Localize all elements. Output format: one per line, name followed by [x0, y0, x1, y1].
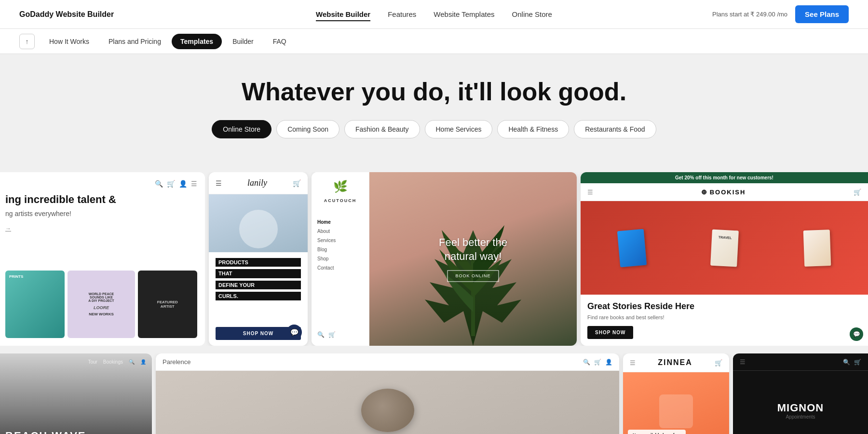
search-icon: 🔍 [583, 359, 590, 366]
template-card-bookish[interactable]: Get 20% off this month for new customers… [581, 172, 868, 346]
pill-home-services[interactable]: Home Services [425, 120, 493, 138]
hamburger-icon: ☰ [587, 189, 593, 196]
lanily-chat-button[interactable]: 💬 [286, 325, 302, 340]
beach-nav-bookings[interactable]: Bookings [103, 359, 123, 365]
pill-restaurants-food[interactable]: Restaurants & Food [574, 120, 656, 138]
nav-item-services[interactable]: Services [317, 238, 363, 243]
see-plans-button[interactable]: See Plans [795, 5, 849, 23]
template-card-zinnea[interactable]: ☰ ZINNEA 🛒 Now available here for direct… [623, 353, 729, 434]
pill-fashion-beauty[interactable]: Fashion & Beauty [344, 120, 420, 138]
bookish-chat-button[interactable]: 💬 [850, 327, 863, 341]
mignon-logo: MIGNON [777, 402, 824, 414]
template-card-lanily[interactable]: ☰ lanily 🛒 PRODUCTS THAT DEFINE YOUR [209, 172, 308, 346]
lanily-logo: lanily [247, 178, 267, 188]
acutouch-overlay: Feel better the natural way! BOOK ONLINE [421, 236, 525, 282]
subnav-builder[interactable]: Builder [224, 34, 262, 49]
bookish-image: TRAVEL [581, 201, 868, 295]
beach-nav: Tour Bookings 🔍 👤 [88, 359, 146, 365]
bookish-title: Great Stories Reside Here [587, 301, 861, 312]
nav-item-home[interactable]: Home [317, 219, 363, 225]
bookish-content: Great Stories Reside Here Find rare book… [581, 295, 868, 346]
acutouch-bg: Feel better the natural way! BOOK ONLINE [369, 172, 577, 346]
lanily-headline-4: CURLS. [216, 292, 301, 300]
parelence-header: Parelence 🔍 🛒 👤 [156, 353, 619, 371]
lanily-hero-image [209, 194, 308, 252]
template-card-parelence[interactable]: Parelence 🔍 🛒 👤 [156, 353, 619, 434]
bookish-logo-icon: ⊕ [701, 188, 708, 196]
user-icon: 👤 [179, 180, 187, 188]
nav-item-shop[interactable]: Shop [317, 256, 363, 261]
subnav-how-it-works[interactable]: How It Works [41, 34, 98, 49]
nav-online-store[interactable]: Online Store [512, 10, 552, 18]
card1-link[interactable]: → [5, 225, 197, 232]
parelence-icons: 🔍 🛒 👤 [583, 359, 612, 366]
top-navigation: GoDaddy Website Builder Website Builder … [0, 0, 868, 29]
mignon-center-icons: 🔍 🛒 [843, 359, 861, 366]
cart-icon: 🛒 [715, 359, 722, 366]
nav-features[interactable]: Features [388, 10, 416, 18]
pill-online-store[interactable]: Online Store [212, 120, 271, 138]
bookish-logo: ⊕ BOOKISH [701, 188, 746, 196]
book-3 [803, 230, 831, 267]
hamburger-icon: ☰ [630, 359, 636, 366]
subnav-plans-pricing[interactable]: Plans and Pricing [100, 34, 170, 49]
zinnea-header: ☰ ZINNEA 🛒 [623, 353, 729, 372]
zinnea-overlay: Now available here for direct purchase. [628, 430, 686, 434]
acutouch-main: Feel better the natural way! BOOK ONLINE [369, 172, 577, 346]
parelence-logo: Parelence [163, 358, 191, 366]
hero-section: Whatever you do, it'll look good. Online… [0, 54, 868, 167]
mignon-appointments: Appointments [777, 414, 824, 420]
nav-item-blog[interactable]: Blog [317, 247, 363, 252]
hamburger-icon: ☰ [740, 358, 746, 366]
templates-section: 🔍 🛒 👤 ☰ ing incredible talent & ng artis… [0, 167, 868, 434]
card1-text2: ng artists everywhere! [5, 210, 197, 217]
lanily-headline-3: DEFINE YOUR [216, 281, 301, 289]
lanily-header: ☰ lanily 🛒 [209, 172, 308, 194]
template-card-beach-wave[interactable]: Tour Bookings 🔍 👤 BEACH WAVE [0, 353, 152, 434]
bookish-logo-text: BOOKISH [710, 189, 746, 196]
card1-images: Prints WORLD PEACESOUNDS LIKEA DIY PROJE… [5, 271, 197, 338]
acutouch-logo-text: ACUTOUCH [324, 198, 356, 203]
bookish-promo: Get 20% off this month for new customers… [581, 172, 868, 183]
template-card-artist[interactable]: 🔍 🛒 👤 ☰ ing incredible talent & ng artis… [0, 172, 205, 346]
card1-toolbar: 🔍 🛒 👤 ☰ [5, 180, 197, 188]
template-card-acutouch[interactable]: 🌿 ACUTOUCH Home About Services Blog Shop… [312, 172, 577, 346]
search-icon: 🔍 [317, 331, 325, 338]
mignon-header: ☰ 🔍 🛒 [733, 353, 868, 371]
nav-website-builder[interactable]: Website Builder [316, 10, 370, 21]
nav-right-area: Plans start at ₹ 249.00 /mo See Plans [712, 5, 849, 23]
plant-icon: 🌿 [317, 180, 363, 193]
acutouch-headline: Feel better the natural way! [421, 236, 525, 264]
zinnea-image: Now available here for direct purchase. [623, 372, 729, 434]
bookish-shop-button[interactable]: SHOP NOW [587, 326, 633, 339]
lanily-headline-2: THAT [216, 269, 301, 278]
beach-nav-tour[interactable]: Tour [88, 359, 97, 365]
art-image-new-works: WORLD PEACESOUNDS LIKEA DIY PROJECT Loor… [68, 271, 135, 338]
templates-row-2: Tour Bookings 🔍 👤 BEACH WAVE Parelence 🔍… [0, 353, 868, 434]
parelence-image [156, 371, 619, 434]
search-icon: 🔍 [129, 359, 135, 365]
art-image-prints: Prints [5, 271, 65, 338]
book-2: TRAVEL [710, 229, 739, 267]
pill-health-fitness[interactable]: Health & Fitness [497, 120, 569, 138]
acutouch-sidebar: 🌿 ACUTOUCH Home About Services Blog Shop… [312, 172, 369, 346]
nav-website-templates[interactable]: Website Templates [434, 10, 494, 18]
pill-coming-soon[interactable]: Coming Soon [276, 120, 339, 138]
menu-icon: ☰ [191, 180, 197, 188]
subnav-templates[interactable]: Templates [172, 34, 222, 49]
acutouch-book-button[interactable]: BOOK ONLINE [447, 271, 499, 282]
nav-item-contact[interactable]: Contact [317, 265, 363, 271]
cart-icon: 🛒 [328, 331, 336, 338]
art-image-featured-artist: FeaturedArtist [138, 271, 197, 338]
book-1 [617, 229, 646, 267]
bookish-subtitle: Find rare books and best sellers! [587, 314, 861, 320]
cart-icon: 🛒 [167, 180, 175, 188]
nav-item-about[interactable]: About [317, 229, 363, 234]
card1-text1: ing incredible talent & [5, 193, 197, 206]
cart-icon: 🛒 [293, 179, 301, 187]
template-card-mignon[interactable]: ☰ 🔍 🛒 MIGNON Appointments [733, 353, 868, 434]
scroll-up-button[interactable]: ↑ [19, 34, 35, 49]
books-display: TRAVEL [581, 201, 868, 295]
cart-icon: 🛒 [594, 359, 601, 366]
subnav-faq[interactable]: FAQ [264, 34, 295, 49]
